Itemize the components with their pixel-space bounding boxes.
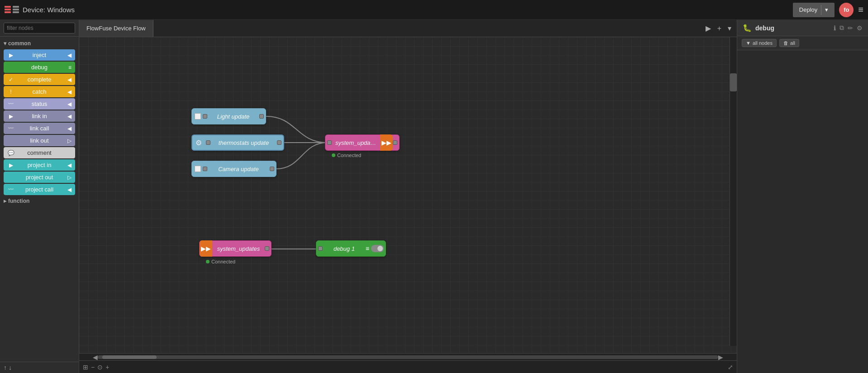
projectout-label: project out (14, 174, 64, 181)
right-panel-copy-button[interactable]: ⧉ (839, 24, 844, 32)
node-light-port-right (259, 114, 264, 119)
linkcall-icon-right: ◀ (64, 125, 72, 132)
sidebar-item-linkin[interactable]: ▶ link in ◀ (4, 110, 75, 122)
run-button[interactable]: ▶ (704, 23, 713, 33)
tab-menu-button[interactable]: ▾ (726, 23, 733, 33)
sidebar-item-projectin[interactable]: ▶ project in ◀ (4, 159, 75, 171)
node-thermo-label: thermostats update (210, 139, 277, 146)
linkout-icon-right: ▷ (64, 138, 72, 144)
filter-nodes-input[interactable] (4, 23, 75, 33)
right-panel-icon: 🐛 (743, 24, 752, 32)
deploy-arrow-icon: ▾ (825, 6, 828, 13)
sidebar-item-debug[interactable]: debug ≡ (4, 62, 75, 73)
node-system2-label: system_updates (212, 245, 265, 252)
node-debug1[interactable]: debug 1 ≡ (316, 240, 386, 257)
vertical-scroll-thumb (730, 73, 737, 91)
hamburger-button[interactable]: ≡ (858, 5, 863, 15)
node-system-updates-top[interactable]: system_updates ▶▶ (325, 134, 400, 151)
debug1-toggle-dot (377, 246, 383, 251)
scroll-left-button[interactable]: ◀ (93, 354, 98, 361)
right-panel-info-button[interactable]: ℹ (834, 24, 836, 32)
clear-all-button[interactable]: 🗑 all (779, 39, 799, 47)
projectcall-label: project call (14, 186, 64, 193)
sidebar-section-function-label: function (8, 198, 29, 204)
sidebar-item-linkcall[interactable]: 〰 link call ◀ (4, 123, 75, 134)
debug-label: debug (14, 64, 64, 71)
sidebar-item-projectcall[interactable]: 〰 project call ◀ (4, 184, 75, 195)
node-light-label: Light update (207, 113, 259, 120)
topbar: Device: Windows Deploy ▾ fo ≡ (0, 0, 868, 20)
scroll-right-button[interactable]: ▶ (718, 354, 723, 361)
canvas[interactable]: Light update ⚙ thermostats update Camera… (79, 37, 737, 353)
function-chevron-icon: ▸ (4, 198, 6, 204)
sidebar-item-catch[interactable]: ! catch ◀ (4, 86, 75, 97)
zoom-in-button[interactable]: + (105, 363, 109, 371)
right-panel-settings-button[interactable]: ⚙ (857, 24, 863, 32)
scroll-up-button[interactable]: ↑ (4, 364, 7, 371)
sidebar-item-linkout[interactable]: link out ▷ (4, 135, 75, 146)
add-tab-button[interactable]: + (715, 24, 723, 33)
zoom-reset-button[interactable]: ⊙ (97, 363, 103, 371)
svg-rect-4 (13, 9, 19, 10)
sidebar-item-projectout[interactable]: project out ▷ (4, 172, 75, 183)
sidebar-item-comment[interactable]: 💬 comment (4, 147, 75, 158)
right-panel-content (737, 50, 868, 373)
sidebar-item-status[interactable]: 〰 status ◀ (4, 98, 75, 110)
canvas-hscroll: ◀ ▶ (79, 353, 737, 360)
hscroll-thumb[interactable] (102, 355, 157, 359)
user-avatar[interactable]: fo (839, 3, 854, 17)
projectout-icon-right: ▷ (64, 174, 72, 181)
vertical-scrollbar[interactable] (730, 37, 737, 346)
right-panel-edit-button[interactable]: ✏ (848, 24, 853, 32)
svg-rect-1 (5, 9, 11, 10)
node-system2-port-right (265, 246, 269, 251)
catch-label: catch (14, 88, 64, 95)
sidebar-item-inject[interactable]: ▶ inject ◀ (4, 49, 75, 61)
projectcall-icon-left: 〰 (7, 186, 14, 193)
linkcall-label: link call (14, 125, 64, 132)
node-system1-port-left (327, 140, 332, 145)
sidebar-section-function[interactable]: ▸ function (0, 196, 79, 206)
node-light-port-left (203, 114, 207, 119)
topbar-right: Deploy ▾ fo ≡ (793, 3, 863, 17)
system1-connected-text: Connected (337, 153, 361, 158)
linkin-icon-left: ▶ (7, 113, 14, 120)
system1-icon-box: ▶▶ (380, 134, 393, 151)
complete-icon-right: ◀ (64, 77, 72, 83)
node-camera-update[interactable]: Camera update (191, 161, 277, 177)
tab-main[interactable]: FlowFuse Device Flow (79, 20, 153, 37)
filter-all-nodes-button[interactable]: ▼ all nodes (742, 39, 777, 47)
node-camera-label: Camera update (207, 166, 270, 172)
deploy-button[interactable]: Deploy ▾ (793, 3, 835, 17)
node-system-updates-bottom[interactable]: ▶▶ system_updates (199, 240, 272, 257)
inject-icon-right: ◀ (64, 52, 72, 58)
sidebar-section-common[interactable]: ▾ common (0, 38, 79, 48)
chevron-down-icon: ▾ (4, 40, 6, 47)
canvas-footer-left: ⊞ − ⊙ + (83, 363, 109, 371)
right-panel: 🐛 debug ℹ ⧉ ✏ ⚙ ▼ all nodes 🗑 all (737, 20, 868, 373)
debug1-toggle[interactable] (371, 245, 384, 252)
filter-icon: ▼ (746, 40, 751, 46)
comment-label: comment (14, 149, 64, 156)
system2-connected-dot (206, 260, 210, 263)
node-checkbox-camera (195, 166, 201, 172)
expand-button[interactable]: ⤢ (728, 363, 733, 371)
show-map-button[interactable]: ⊞ (83, 363, 88, 371)
node-camera-port-right (270, 167, 274, 171)
node-thermo-port-left (206, 140, 210, 145)
node-thermo-port-right (277, 140, 281, 145)
sidebar-item-complete[interactable]: ✓ complete ◀ (4, 74, 75, 85)
node-thermo-update[interactable]: ⚙ thermostats update (191, 134, 284, 151)
filter-label: all nodes (753, 40, 773, 46)
node-camera-port-left (203, 167, 207, 171)
zoom-out-button[interactable]: − (91, 363, 95, 371)
projectin-icon-right: ◀ (64, 162, 72, 168)
node-light-update[interactable]: Light update (191, 108, 266, 124)
node-debug1-port-left (318, 246, 323, 251)
linkin-icon-right: ◀ (64, 113, 72, 120)
projectin-label: project in (14, 162, 64, 168)
system1-connected-dot (332, 153, 335, 157)
scroll-down-button[interactable]: ↓ (9, 364, 12, 371)
linkcall-icon-left: 〰 (7, 125, 14, 132)
thermo-gear-icon: ⚙ (192, 134, 205, 151)
